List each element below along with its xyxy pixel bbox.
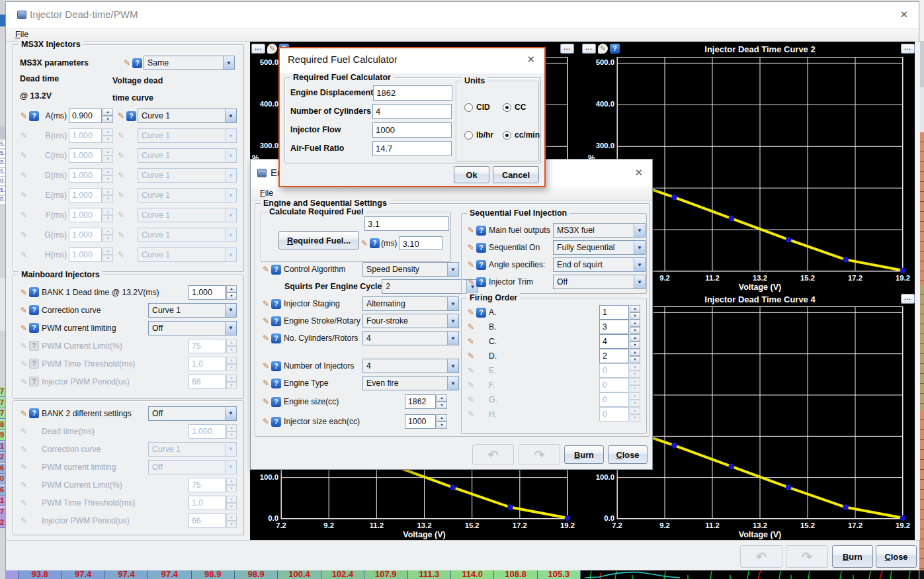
help-icon[interactable]: ? xyxy=(476,308,486,318)
deadtime-spinner[interactable]: 0.900▲▼ xyxy=(69,109,113,123)
field-input[interactable]: 1862 xyxy=(373,85,452,101)
help-icon[interactable]: ? xyxy=(271,417,281,427)
close-button[interactable]: Close xyxy=(876,545,917,568)
curve-point[interactable] xyxy=(900,515,906,521)
spinner-up-button[interactable]: ▲ xyxy=(630,349,640,356)
spinner-up-button[interactable]: ▲ xyxy=(630,334,640,341)
sequential-dropdown[interactable]: Off▼ xyxy=(553,275,646,289)
spinner-down-button[interactable]: ▼ xyxy=(630,356,640,363)
curve-point[interactable] xyxy=(565,515,571,521)
table-cell[interactable]: 114.0 xyxy=(451,570,494,579)
spinner-down-button[interactable]: ▼ xyxy=(226,292,237,300)
help-icon[interactable]: ? xyxy=(132,58,142,68)
help-icon[interactable]: ? xyxy=(29,305,39,315)
sequential-dropdown[interactable]: MS3X fuel▼ xyxy=(553,223,646,238)
help-icon[interactable]: ? xyxy=(271,334,281,343)
close-button[interactable]: Close xyxy=(608,445,648,464)
setting-dropdown[interactable]: Alternating▼ xyxy=(362,296,459,311)
ms3x-parameters-dropdown[interactable]: Same▼ xyxy=(144,56,235,70)
spinner-down-button[interactable]: ▼ xyxy=(437,402,447,409)
setting-dropdown[interactable]: 4▼ xyxy=(362,359,459,373)
spinner-up-button[interactable]: ▲ xyxy=(103,109,113,116)
sequential-dropdown[interactable]: Fully Sequential▼ xyxy=(553,240,646,255)
burn-button[interactable]: Burn xyxy=(832,545,873,568)
radio-button[interactable] xyxy=(464,103,473,112)
table-cell[interactable]: 105.3 xyxy=(538,570,581,579)
expand-dots-button[interactable]: ... xyxy=(901,294,915,304)
spinner-up-button[interactable]: ▲ xyxy=(630,305,640,312)
spinner-down-button[interactable]: ▼ xyxy=(437,422,447,429)
expand-dots-button[interactable]: ... xyxy=(560,44,574,54)
firing-spinner[interactable]: 1▲▼ xyxy=(599,305,640,320)
curve-point[interactable] xyxy=(729,216,735,222)
radio-button[interactable] xyxy=(503,103,511,112)
table-cell[interactable]: 97.4 xyxy=(148,570,191,579)
table-cell[interactable]: 111.3 xyxy=(408,570,451,579)
menu-file[interactable]: File xyxy=(260,189,273,198)
help-icon[interactable]: ? xyxy=(476,243,486,253)
table-cell[interactable]: 98.9 xyxy=(235,570,278,579)
spinner-up-button[interactable]: ▲ xyxy=(437,414,447,422)
help-icon[interactable]: ? xyxy=(271,265,281,275)
setting-dropdown[interactable]: Even fire▼ xyxy=(362,376,459,390)
spinner-down-button[interactable]: ▼ xyxy=(630,341,640,349)
setting-spinner[interactable]: 1862▲▼ xyxy=(405,394,447,409)
spinner-up-button[interactable]: ▲ xyxy=(226,285,237,292)
setting-dropdown[interactable]: 4▼ xyxy=(362,331,459,345)
help-icon[interactable]: ? xyxy=(29,111,39,121)
firing-spinner[interactable]: 2▲▼ xyxy=(599,349,640,363)
radio-option[interactable]: cc/min xyxy=(503,130,540,140)
curve-point[interactable] xyxy=(786,237,792,243)
curve-dropdown[interactable]: Curve 1▼ xyxy=(138,109,237,123)
help-icon[interactable]: ? xyxy=(271,299,281,309)
expand-dots-button[interactable]: ... xyxy=(901,44,915,54)
curve-point[interactable] xyxy=(507,504,513,510)
radio-option[interactable]: CID xyxy=(464,103,490,112)
field-input[interactable]: 14.7 xyxy=(372,141,452,156)
setting-spinner[interactable]: 1000▲▼ xyxy=(405,414,447,429)
firing-spinner[interactable]: 4▲▼ xyxy=(599,334,640,349)
curve-point[interactable] xyxy=(786,484,792,490)
help-icon[interactable]: ? xyxy=(370,238,380,248)
param-dropdown[interactable]: Off▼ xyxy=(148,321,237,335)
dead-time-plot[interactable] xyxy=(617,306,903,519)
spinner-up-button[interactable]: ▲ xyxy=(437,394,447,402)
help-icon[interactable]: ? xyxy=(476,260,486,270)
table-cell[interactable]: 97.4 xyxy=(105,570,148,579)
table-cell[interactable]: 97.4 xyxy=(62,570,105,579)
cancel-button[interactable]: Cancel xyxy=(493,166,539,183)
spinner-down-button[interactable]: ▼ xyxy=(630,327,640,334)
param-dropdown[interactable]: Curve 1▼ xyxy=(148,303,237,318)
ms-value-field[interactable]: 3.10 xyxy=(399,236,442,250)
param-dropdown[interactable]: Off▼ xyxy=(148,406,237,421)
spinner-down-button[interactable]: ▼ xyxy=(630,312,640,320)
help-icon[interactable]: ? xyxy=(271,397,281,407)
help-icon[interactable]: ? xyxy=(476,226,486,236)
curve-point[interactable] xyxy=(843,257,849,263)
help-icon[interactable]: ? xyxy=(29,408,39,418)
setting-dropdown[interactable]: Speed Density▼ xyxy=(362,262,459,277)
table-cell[interactable]: 100.4 xyxy=(278,570,321,579)
table-cell[interactable]: 98.9 xyxy=(192,570,235,579)
curve-point[interactable] xyxy=(671,443,677,449)
curve-point[interactable] xyxy=(450,484,456,490)
radio-button[interactable] xyxy=(503,131,511,140)
dead-time-plot[interactable] xyxy=(617,57,903,271)
spinner-up-button[interactable]: ▲ xyxy=(630,320,640,327)
help-icon[interactable]: ? xyxy=(29,323,39,333)
field-input[interactable]: 4 xyxy=(372,104,452,119)
table-cell[interactable]: 107.9 xyxy=(364,570,407,579)
setting-dropdown[interactable]: Four-stroke▼ xyxy=(362,314,459,328)
table-cell[interactable]: 102.4 xyxy=(321,570,364,579)
curve-point[interactable] xyxy=(729,464,735,470)
ok-button[interactable]: Ok xyxy=(454,166,489,183)
table-cell[interactable]: 93.8 xyxy=(19,570,62,579)
firing-spinner[interactable]: 3▲▼ xyxy=(599,320,640,334)
radio-button[interactable] xyxy=(464,131,473,140)
curve-point[interactable] xyxy=(671,195,677,200)
curve-point[interactable] xyxy=(843,504,849,510)
help-icon[interactable]: ? xyxy=(271,361,281,371)
required-fuel-value-field[interactable]: 3.1 xyxy=(364,216,449,231)
curve-point[interactable] xyxy=(900,267,906,273)
expand-dots-button[interactable]: ... xyxy=(582,44,596,54)
